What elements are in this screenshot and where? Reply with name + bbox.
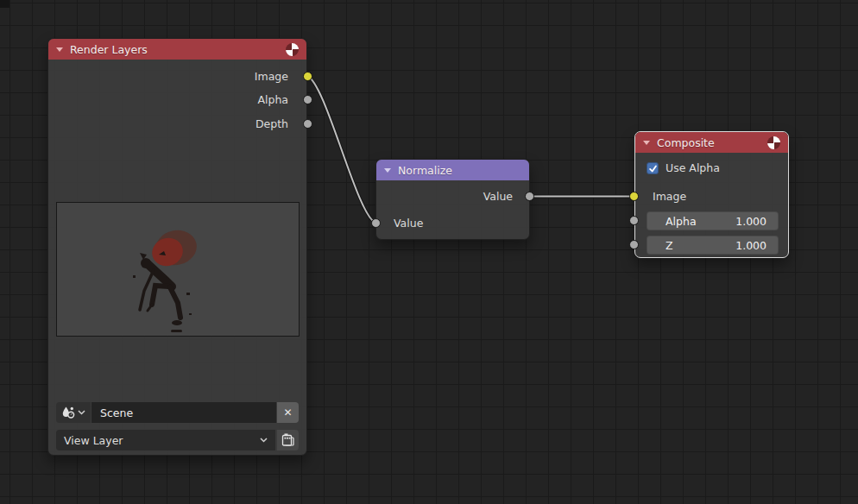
clear-icon: ✕: [283, 406, 292, 419]
socket-composite-alpha-input[interactable]: [629, 216, 639, 225]
z-value: 1.000: [735, 239, 779, 252]
output-label-alpha: Alpha: [257, 93, 288, 107]
scene-selector-row: Scene ✕: [56, 402, 299, 423]
collapse-triangle-icon[interactable]: [643, 141, 650, 145]
node-editor-canvas[interactable]: Render Layers Image Alpha Depth: [0, 0, 858, 504]
character-thumbnail: [57, 203, 299, 336]
editor-corner: [0, 0, 9, 8]
socket-composite-z-input[interactable]: [629, 240, 639, 249]
chevron-down-icon: [78, 410, 85, 415]
output-label-depth: Depth: [256, 117, 288, 131]
preview-image: [56, 202, 300, 337]
input-label-value: Value: [394, 217, 423, 230]
scene-name-value: Scene: [100, 406, 133, 419]
socket-composite-image-input[interactable]: [629, 192, 639, 201]
collapse-triangle-icon[interactable]: [384, 168, 391, 173]
view-layer-row: View Layer: [56, 430, 299, 450]
input-label-image: Image: [653, 190, 686, 204]
scene-icon: [61, 406, 75, 419]
view-layer-dropdown[interactable]: View Layer: [56, 430, 275, 450]
scene-name-field[interactable]: Scene: [91, 402, 276, 423]
link-renderlayers-image-to-normalize-value[interactable]: [307, 76, 375, 223]
z-value-slider[interactable]: Z 1.000: [647, 236, 779, 255]
socket-renderlayers-alpha-output[interactable]: [303, 95, 312, 104]
node-header-normalize[interactable]: Normalize: [376, 160, 529, 180]
socket-normalize-value-input[interactable]: [371, 218, 381, 228]
chevron-down-icon: [260, 438, 268, 443]
node-composite[interactable]: Composite Use Alpha Image Alpha 1.000 Z …: [634, 131, 789, 258]
socket-renderlayers-image-output[interactable]: [303, 72, 312, 81]
node-header-composite[interactable]: Composite: [635, 132, 788, 153]
alpha-label: Alpha: [647, 215, 697, 228]
alpha-value-slider[interactable]: Alpha 1.000: [647, 211, 779, 230]
node-title: Composite: [657, 136, 760, 149]
collapse-triangle-icon[interactable]: [56, 47, 63, 52]
node-render-layers[interactable]: Render Layers Image Alpha Depth: [47, 38, 307, 456]
view-layer-value: View Layer: [64, 434, 123, 447]
node-title: Normalize: [398, 164, 521, 177]
output-label-image: Image: [255, 70, 288, 84]
checkmark-icon: [648, 164, 658, 173]
output-label-value: Value: [483, 190, 513, 204]
clear-scene-button[interactable]: ✕: [277, 402, 299, 423]
socket-renderlayers-depth-output[interactable]: [303, 119, 312, 129]
alpha-value: 1.000: [735, 215, 779, 228]
render-layers-icon: [281, 433, 295, 448]
render-result-icon: [286, 43, 299, 56]
node-title: Render Layers: [70, 43, 279, 56]
node-header-render-layers[interactable]: Render Layers: [48, 39, 306, 60]
view-layer-icon-button[interactable]: [277, 430, 299, 450]
node-normalize[interactable]: Normalize Value Value: [375, 159, 530, 240]
z-label: Z: [647, 239, 673, 252]
use-alpha-label: Use Alpha: [666, 161, 720, 175]
scene-type-selector[interactable]: [56, 402, 91, 423]
render-result-icon: [767, 136, 780, 149]
socket-normalize-value-output[interactable]: [525, 192, 534, 201]
use-alpha-checkbox[interactable]: [647, 162, 659, 174]
